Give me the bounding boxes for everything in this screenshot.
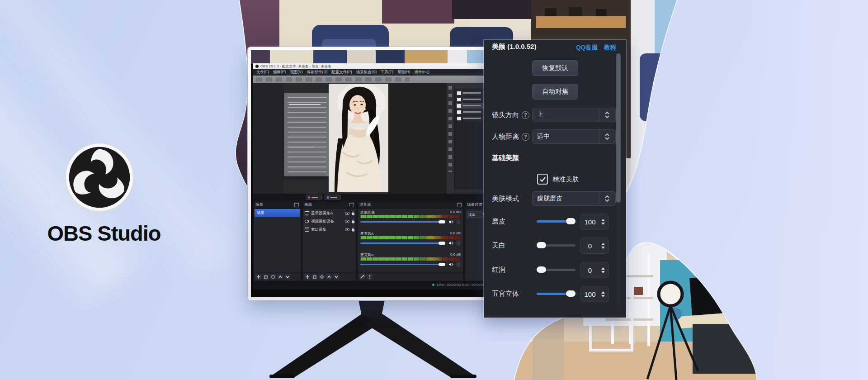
- slider-track[interactable]: [537, 293, 576, 295]
- stepper-down-icon[interactable]: [601, 271, 605, 273]
- visibility-eye-icon[interactable]: [345, 220, 349, 223]
- menu-view[interactable]: 视图(V): [290, 70, 302, 75]
- obs-titlebar[interactable]: OBS 29.1.3 - 配置文件: 未命名 - 场景: 未命名: [253, 63, 489, 69]
- reset-defaults-button[interactable]: 恢复默认: [532, 60, 578, 76]
- move-scene-down-button[interactable]: [284, 274, 290, 280]
- volume-handle[interactable]: [439, 263, 445, 266]
- volume-slider[interactable]: ⋮: [360, 219, 461, 224]
- slider-track[interactable]: [537, 269, 576, 271]
- add-source-button[interactable]: [304, 274, 310, 280]
- panel-title: 美颜 (1.0.0.52): [492, 43, 536, 51]
- remove-scene-button[interactable]: [263, 274, 269, 280]
- volume-handle[interactable]: [439, 220, 445, 223]
- mixer-channel: 麦克风A0.0 dB ⋮: [360, 231, 461, 245]
- volume-handle[interactable]: [439, 242, 445, 245]
- move-source-down-button[interactable]: [333, 274, 339, 280]
- smoothing-value-box[interactable]: 100: [580, 214, 609, 230]
- skin-mode-select[interactable]: 朦胧磨皮: [532, 191, 616, 206]
- channel-menu-button[interactable]: ⋮: [456, 262, 461, 267]
- captured-canvas-left: [253, 83, 284, 194]
- subject-distance-select[interactable]: 适中: [532, 129, 616, 144]
- stepper-down-icon[interactable]: [601, 295, 605, 297]
- menu-edit[interactable]: 编辑(E): [273, 70, 286, 75]
- source-row[interactable]: 显示器采集A: [303, 209, 355, 217]
- menu-profile[interactable]: 配置文件(P): [331, 70, 352, 75]
- stepper-down-icon[interactable]: [601, 223, 605, 225]
- smoothing-slider-row: 磨皮 100: [484, 214, 626, 230]
- tutorial-link[interactable]: 教程: [604, 43, 616, 52]
- chevron-up-icon: [605, 195, 609, 198]
- menu-tools[interactable]: 工具(T): [381, 70, 393, 75]
- panel-links: QQ客服 教程: [576, 43, 616, 52]
- captured-app-toolbar: [253, 76, 489, 83]
- obs-menubar: 文件(F) 编辑(E) 视图(V) 停靠部件(D) 配置文件(P) 场景集合(S…: [253, 69, 489, 76]
- mixer-config-button[interactable]: [359, 274, 365, 280]
- menu-plugin-center[interactable]: 插件中心: [415, 70, 430, 75]
- scenes-dock-header[interactable]: 场景: [254, 201, 301, 209]
- obs-window: OBS 29.1.3 - 配置文件: 未命名 - 场景: 未命名 文件(F) 编…: [253, 63, 489, 290]
- rosy-value-box[interactable]: 0: [580, 262, 609, 278]
- source-row[interactable]: 窗口采集: [303, 226, 355, 233]
- settings-slider: [289, 147, 314, 147]
- remove-source-button[interactable]: [311, 274, 317, 280]
- slider-track[interactable]: [537, 220, 576, 223]
- stepper-up-icon[interactable]: [601, 267, 605, 270]
- precise-skin-checkbox-row[interactable]: 精准美肤: [537, 174, 579, 185]
- speaker-icon[interactable]: [449, 262, 453, 266]
- help-icon[interactable]: ?: [522, 111, 529, 119]
- channel-menu-button[interactable]: ⋮: [456, 241, 461, 246]
- select-spinner[interactable]: [599, 108, 615, 122]
- scene-item-selected[interactable]: 场景: [255, 209, 300, 217]
- lock-icon[interactable]: [351, 228, 355, 232]
- menu-file[interactable]: 文件(F): [256, 70, 269, 75]
- speaker-icon[interactable]: [449, 220, 453, 224]
- slider-handle[interactable]: [537, 266, 546, 273]
- select-spinner[interactable]: [599, 192, 615, 205]
- scene-filters-button[interactable]: [270, 274, 276, 280]
- chevron-up-icon: [605, 112, 609, 114]
- menu-docks[interactable]: 停靠部件(D): [307, 70, 328, 75]
- lens-direction-select[interactable]: 上: [532, 108, 616, 122]
- mixer-dock-header[interactable]: 混音器: [358, 201, 463, 209]
- help-icon[interactable]: ?: [522, 133, 529, 141]
- popout-icon: [349, 203, 354, 207]
- slider-handle[interactable]: [537, 242, 546, 248]
- channel-menu-button[interactable]: ⋮: [456, 219, 461, 224]
- scrollbar-thumb[interactable]: [616, 53, 621, 203]
- menu-help[interactable]: 帮助(H): [397, 70, 410, 75]
- stepper-up-icon[interactable]: [601, 291, 605, 294]
- status-text: LIVE: 00:00:00 REC: 00:00:00: [437, 283, 486, 287]
- obs-preview[interactable]: [253, 83, 489, 194]
- checkbox-checked[interactable]: [537, 174, 548, 185]
- slider-track[interactable]: [537, 244, 576, 247]
- stepper-up-icon[interactable]: [601, 219, 605, 221]
- scenes-dock-toolbar: [254, 272, 301, 281]
- source-properties-button[interactable]: [319, 274, 325, 280]
- preview-mode-button[interactable]: [325, 195, 341, 200]
- preview-toggle-button[interactable]: [306, 195, 322, 200]
- whitening-value-box[interactable]: 0: [580, 238, 609, 254]
- menu-scene-collection[interactable]: 场景集合(S): [356, 70, 377, 75]
- autofocus-button[interactable]: 自动对焦: [532, 84, 578, 100]
- move-scene-up-button[interactable]: [277, 274, 283, 280]
- slider-handle[interactable]: [566, 218, 576, 224]
- source-row[interactable]: 视频采集设备: [303, 218, 355, 225]
- move-source-up-button[interactable]: [326, 274, 332, 280]
- face-definition-value-box[interactable]: 100: [580, 286, 609, 302]
- mixer-menu-button[interactable]: [367, 274, 373, 280]
- volume-slider[interactable]: ⋮: [360, 241, 461, 245]
- volume-slider[interactable]: ⋮: [360, 262, 461, 266]
- stepper-down-icon[interactable]: [601, 247, 605, 249]
- sources-dock-header[interactable]: 来源: [302, 201, 356, 209]
- slider-handle[interactable]: [566, 290, 576, 297]
- speaker-icon[interactable]: [449, 241, 453, 245]
- visibility-eye-icon[interactable]: [345, 228, 349, 231]
- select-spinner[interactable]: [599, 130, 615, 143]
- stepper-up-icon[interactable]: [601, 243, 605, 245]
- lock-icon[interactable]: [351, 211, 355, 215]
- visibility-eye-icon[interactable]: [345, 212, 349, 215]
- add-scene-button[interactable]: [255, 274, 261, 280]
- qq-support-link[interactable]: QQ客服: [576, 43, 598, 52]
- smoothing-label: 磨皮: [492, 217, 505, 226]
- lock-icon[interactable]: [351, 219, 355, 223]
